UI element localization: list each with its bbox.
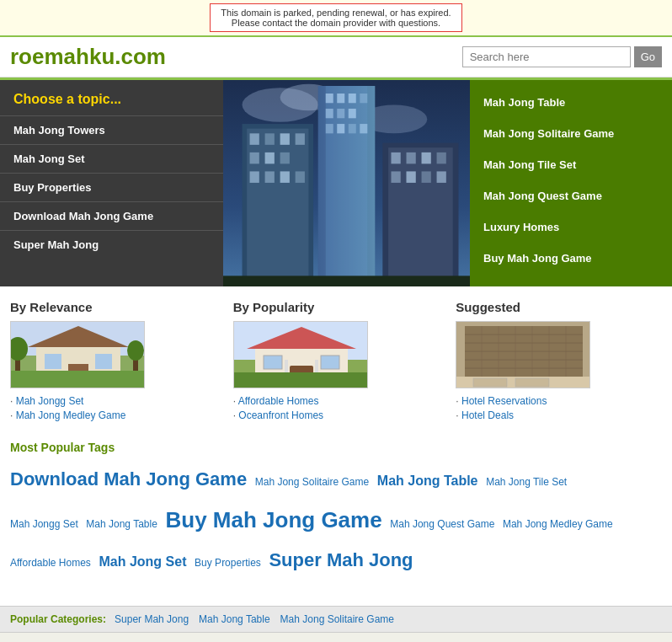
tag-6[interactable]: Buy Mah Jong Game (165, 507, 381, 532)
popular-cat-2[interactable]: Mah Jong Solitaire Game (280, 613, 394, 625)
tags-section: Most Popular Tags Download Mah Jong Game… (10, 441, 662, 579)
svg-rect-41 (223, 276, 470, 286)
svg-rect-22 (296, 133, 305, 145)
hero-section: Choose a topic... Mah Jong Towers Mah Jo… (0, 78, 672, 286)
svg-rect-80 (473, 378, 507, 387)
tag-3[interactable]: Mah Jong Tile Set (486, 476, 567, 488)
tag-8[interactable]: Mah Jong Medley Game (503, 518, 613, 530)
header: roemahku.com Go (0, 37, 672, 78)
svg-rect-39 (437, 171, 446, 183)
svg-rect-31 (388, 147, 453, 286)
svg-rect-46 (45, 354, 61, 369)
svg-rect-25 (280, 152, 290, 164)
tag-9[interactable]: Affordable Homes (10, 557, 91, 569)
sidebar-item-3[interactable]: Download Mah Jong Game (0, 201, 223, 230)
domain-notice-line2: Please contact the domain provider with … (221, 18, 451, 28)
tags-title: Most Popular Tags (10, 441, 662, 454)
domain-notice-line1: This domain is parked, pending renewal, … (221, 8, 451, 18)
svg-rect-38 (422, 171, 431, 183)
bottom-links-bar: Bookmark This Page | Make This Your Home… (0, 632, 672, 642)
by-relevance-links: Mah Jongg Set Mah Jong Medley Game (10, 395, 216, 421)
by-popularity-title: By Popularity (233, 300, 440, 314)
svg-rect-35 (437, 152, 446, 164)
suggested-title: Suggested (456, 300, 662, 314)
left-sidebar: Choose a topic... Mah Jong Towers Mah Jo… (0, 80, 223, 286)
hero-image (223, 80, 470, 286)
svg-rect-34 (422, 152, 431, 164)
tag-5[interactable]: Mah Jong Table (86, 518, 157, 530)
svg-rect-81 (515, 378, 549, 387)
svg-rect-47 (95, 354, 112, 369)
svg-rect-58 (264, 356, 282, 369)
site-title: roemahku.com (10, 44, 166, 70)
right-nav-item-4[interactable]: Luxury Homes (470, 211, 672, 243)
by-relevance-title: By Relevance (10, 300, 216, 314)
tag-12[interactable]: Super Mah Jong (269, 549, 413, 570)
tag-10[interactable]: Mah Jong Set (99, 554, 186, 569)
suggested-link-0[interactable]: Hotel Reservations (456, 395, 662, 407)
svg-point-52 (127, 340, 144, 361)
svg-rect-36 (391, 171, 400, 183)
suggested-link-1[interactable]: Hotel Deals (456, 409, 662, 421)
svg-rect-32 (391, 152, 400, 164)
relevance-link-1[interactable]: Mah Jong Medley Game (10, 409, 216, 421)
svg-rect-26 (250, 171, 259, 183)
sidebar-item-1[interactable]: Mah Jong Set (0, 144, 223, 173)
three-columns: By Relevance (10, 300, 662, 424)
popularity-link-0[interactable]: Affordable Homes (233, 395, 440, 407)
tag-4[interactable]: Mah Jongg Set (10, 518, 78, 530)
svg-rect-63 (234, 372, 368, 388)
svg-rect-33 (406, 152, 415, 164)
popular-cats-label: Popular Categories: (10, 613, 106, 625)
search-input[interactable] (462, 46, 631, 67)
relevance-link-0[interactable]: Mah Jongg Set (10, 395, 216, 407)
by-popularity-image (233, 321, 368, 388)
svg-rect-21 (280, 133, 290, 145)
svg-rect-53 (11, 371, 145, 388)
by-popularity-section: By Popularity (233, 300, 440, 424)
sidebar-item-4[interactable]: Super Mah Jong (0, 230, 223, 259)
by-relevance-section: By Relevance (10, 300, 216, 424)
popular-cat-1[interactable]: Mah Jong Table (199, 613, 270, 625)
content-area: By Relevance (0, 286, 672, 606)
popular-categories-bar: Popular Categories: Super Mah Jong Mah J… (0, 606, 672, 632)
search-area: Go (462, 46, 662, 67)
tag-7[interactable]: Mah Jong Quest Game (390, 518, 494, 530)
svg-rect-59 (321, 356, 339, 369)
sidebar-item-2[interactable]: Buy Properties (0, 173, 223, 201)
svg-rect-28 (280, 171, 290, 183)
domain-notice-box: This domain is parked, pending renewal, … (210, 3, 461, 32)
right-nav-item-2[interactable]: Mah Jong Tile Set (470, 149, 672, 180)
by-relevance-image (10, 321, 145, 388)
sidebar-header: Choose a topic... (0, 80, 223, 115)
tag-1[interactable]: Mah Jong Solitaire Game (255, 476, 369, 488)
tag-11[interactable]: Buy Properties (195, 557, 261, 569)
right-nav-item-1[interactable]: Mah Jong Solitaire Game (470, 118, 672, 149)
suggested-section: Suggested (456, 300, 662, 424)
tag-2[interactable]: Mah Jong Table (377, 473, 478, 488)
svg-rect-27 (265, 171, 275, 183)
svg-rect-23 (250, 152, 259, 164)
svg-rect-24 (265, 152, 275, 164)
svg-rect-40 (318, 86, 376, 286)
suggested-links: Hotel Reservations Hotel Deals (456, 395, 662, 421)
tag-0[interactable]: Download Mah Jong Game (10, 468, 247, 490)
svg-rect-20 (265, 133, 275, 145)
right-nav-item-3[interactable]: Mah Jong Quest Game (470, 180, 672, 211)
popular-cat-0[interactable]: Super Mah Jong (115, 613, 189, 625)
search-button[interactable]: Go (634, 46, 662, 67)
by-popularity-links: Affordable Homes Oceanfront Homes (233, 395, 440, 421)
right-nav-item-0[interactable]: Mah Jong Table (470, 87, 672, 118)
popularity-link-1[interactable]: Oceanfront Homes (233, 409, 440, 421)
svg-rect-78 (465, 326, 583, 377)
svg-rect-29 (296, 171, 305, 183)
building-illustration (223, 80, 470, 286)
suggested-image (456, 321, 590, 388)
tags-cloud: Download Mah Jong Game Mah Jong Solitair… (10, 461, 662, 579)
domain-notice-bar: This domain is parked, pending renewal, … (0, 0, 672, 37)
svg-rect-18 (247, 129, 308, 286)
right-nav-item-5[interactable]: Buy Mah Jong Game (470, 243, 672, 274)
sidebar-item-0[interactable]: Mah Jong Towers (0, 115, 223, 144)
svg-rect-19 (250, 133, 259, 145)
right-nav: Mah Jong Table Mah Jong Solitaire Game M… (470, 80, 672, 286)
